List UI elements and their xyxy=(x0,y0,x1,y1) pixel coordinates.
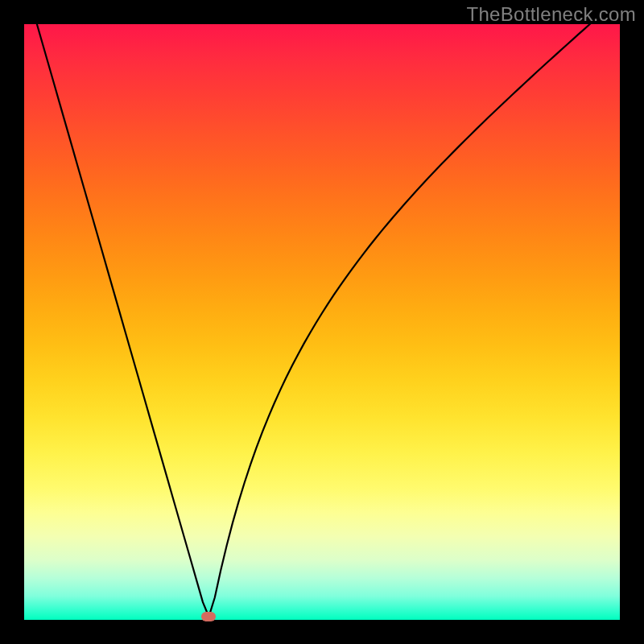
chart-outer-frame: TheBottleneck.com xyxy=(0,0,644,644)
attribution-label: TheBottleneck.com xyxy=(466,3,636,26)
optimum-marker xyxy=(201,612,216,621)
bottleneck-curve xyxy=(24,24,620,620)
chart-plot-area xyxy=(24,24,620,620)
